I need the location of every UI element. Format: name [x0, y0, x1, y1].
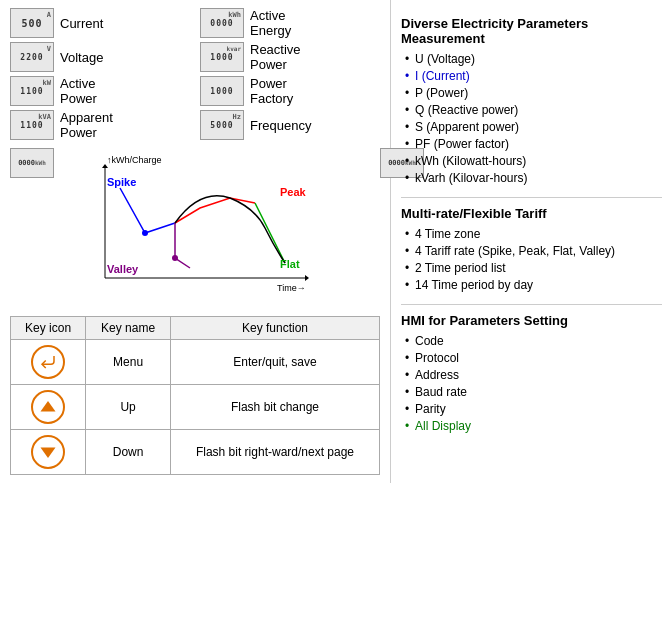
- measure-item-current: 500A Current: [10, 8, 190, 38]
- list-item: 4 Time zone: [405, 227, 662, 241]
- meter-reactive-power: 1000kvar: [200, 42, 244, 72]
- svg-marker-1: [305, 275, 309, 281]
- section1-list: U (Voltage) I (Current) P (Power) Q (Rea…: [401, 52, 662, 185]
- key-name-up: Up: [86, 385, 171, 430]
- key-icon-menu: [11, 340, 86, 385]
- right-panel: Diverse Electricity Parameters Measureme…: [390, 0, 672, 483]
- measure-item-frequency: 5000Hz Frequency: [200, 110, 380, 140]
- svg-point-7: [172, 255, 178, 261]
- label-active-power: ActivePower: [60, 76, 97, 106]
- label-reactive-power: ReactivePower: [250, 42, 301, 72]
- key-name-down: Down: [86, 430, 171, 475]
- label-power-factory: PowerFactory: [250, 76, 293, 106]
- label-voltage: Voltage: [60, 50, 103, 65]
- label-apparent-power: ApparentPower: [60, 110, 113, 140]
- svg-text:Time→: Time→: [277, 283, 306, 293]
- chart-section: 0000kWh 0000kWh 0000kWh 0000kWh: [10, 148, 380, 308]
- list-item: S (Apparent power): [405, 120, 662, 134]
- label-active-energy: ActiveEnergy: [250, 8, 291, 38]
- measure-item-power-factory: 1000 PowerFactory: [200, 76, 380, 106]
- key-icon-up: [11, 385, 86, 430]
- meter-active-energy: 0000kWh: [200, 8, 244, 38]
- list-item: P (Power): [405, 86, 662, 100]
- col-header-icon: Key icon: [11, 317, 86, 340]
- key-func-up: Flash bit change: [170, 385, 379, 430]
- measure-item-apparent-power: 1100kVA ApparentPower: [10, 110, 190, 140]
- svg-text:Peak: Peak: [280, 186, 307, 198]
- key-name-menu: Menu: [86, 340, 171, 385]
- list-item: Protocol: [405, 351, 662, 365]
- svg-text:Valley: Valley: [107, 263, 139, 275]
- key-table: Key icon Key name Key function: [10, 316, 380, 475]
- list-item-parity: Parity: [405, 402, 662, 416]
- section3-title: HMI for Parameters Setting: [401, 313, 662, 328]
- meter-power-factory: 1000: [200, 76, 244, 106]
- list-item: kVarh (Kilovar-hours): [405, 171, 662, 185]
- list-item: Q (Reactive power): [405, 103, 662, 117]
- svg-text:↑kWh/Charge: ↑kWh/Charge: [107, 155, 162, 165]
- divider: [401, 304, 662, 305]
- meter-active-power: 1100kW: [10, 76, 54, 106]
- measure-item-active-power: 1100kW ActivePower: [10, 76, 190, 106]
- list-item: Address: [405, 368, 662, 382]
- table-row: Up Flash bit change: [11, 385, 380, 430]
- svg-marker-13: [41, 448, 56, 459]
- key-func-menu: Enter/quit, save: [170, 340, 379, 385]
- svg-point-6: [142, 230, 148, 236]
- key-func-down: Flash bit right-ward/next page: [170, 430, 379, 475]
- section1-title: Diverse Electricity Parameters Measureme…: [401, 16, 662, 46]
- section2-list: 4 Time zone 4 Tariff rate (Spike, Peak, …: [401, 227, 662, 292]
- divider: [401, 197, 662, 198]
- meter-frequency: 5000Hz: [200, 110, 244, 140]
- list-item: 14 Time period by day: [405, 278, 662, 292]
- meter-voltage: 2200V: [10, 42, 54, 72]
- table-row: Menu Enter/quit, save: [11, 340, 380, 385]
- col-header-function: Key function: [170, 317, 379, 340]
- list-item: I (Current): [405, 69, 662, 83]
- left-panel: 500A Current 0000kWh ActiveEnergy 2200V …: [0, 0, 390, 483]
- menu-icon: [31, 345, 65, 379]
- list-item: PF (Power factor): [405, 137, 662, 151]
- main-container: 500A Current 0000kWh ActiveEnergy 2200V …: [0, 0, 672, 483]
- list-item: Code: [405, 334, 662, 348]
- svg-text:Flat: Flat: [280, 258, 300, 270]
- list-item: 4 Tariff rate (Spike, Peak, Flat, Valley…: [405, 244, 662, 258]
- table-row: Down Flash bit right-ward/next page: [11, 430, 380, 475]
- measure-item-active-energy: 0000kWh ActiveEnergy: [200, 8, 380, 38]
- list-item: U (Voltage): [405, 52, 662, 66]
- label-current: Current: [60, 16, 103, 31]
- up-arrow-icon: [31, 390, 65, 424]
- measurement-grid: 500A Current 0000kWh ActiveEnergy 2200V …: [10, 8, 380, 140]
- list-item: All Display: [405, 419, 662, 433]
- chart-svg: ↑kWh/Charge Time→ Spike Peak: [10, 148, 380, 308]
- svg-text:Spike: Spike: [107, 176, 136, 188]
- section2-title: Multi-rate/Flexible Tariff: [401, 206, 662, 221]
- measure-item-reactive-power: 1000kvar ReactivePower: [200, 42, 380, 72]
- measure-item-voltage: 2200V Voltage: [10, 42, 190, 72]
- list-item: 2 Time period list: [405, 261, 662, 275]
- down-arrow-icon: [31, 435, 65, 469]
- list-item: kWh (Kilowatt-hours): [405, 154, 662, 168]
- label-frequency: Frequency: [250, 118, 311, 133]
- key-icon-down: [11, 430, 86, 475]
- corner-meter-bottom-left: 0000kWh: [10, 148, 54, 178]
- section3-list: Code Protocol Address Baud rate Parity A…: [401, 334, 662, 433]
- svg-marker-12: [41, 401, 56, 412]
- col-header-name: Key name: [86, 317, 171, 340]
- meter-apparent-power: 1100kVA: [10, 110, 54, 140]
- list-item: Baud rate: [405, 385, 662, 399]
- meter-current: 500A: [10, 8, 54, 38]
